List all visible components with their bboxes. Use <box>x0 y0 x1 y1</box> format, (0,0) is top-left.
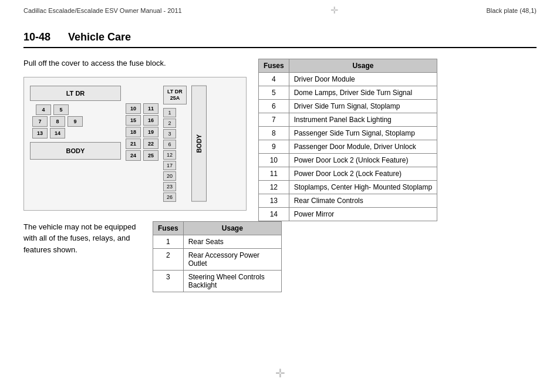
body-layout: Pull off the cover to access the fuse bl… <box>23 59 537 292</box>
fuse-usage: Steering Wheel Controls Backlight <box>183 270 281 292</box>
fuse-number: 12 <box>259 181 289 194</box>
fuse-20-diag: 20 <box>163 171 176 181</box>
small-table-col-fuses: Fuses <box>153 221 184 235</box>
right-table-col-fuses: Fuses <box>259 59 289 73</box>
fuse-9: 9 <box>68 116 83 127</box>
diagram-right-section: LT DR25A 1 2 3 6 12 17 20 2 <box>163 86 207 202</box>
fuse-11: 11 <box>143 103 158 114</box>
fuse-2-diag: 2 <box>163 119 176 128</box>
lt-dr-label: LT DR <box>30 86 121 101</box>
page-content: 10-48 Vehicle Care Pull off the cover to… <box>0 19 560 304</box>
table-row: 2Rear Accessory Power Outlet <box>153 248 282 270</box>
table-row: 3Steering Wheel Controls Backlight <box>153 270 282 292</box>
left-column: Pull off the cover to access the fuse bl… <box>23 59 247 292</box>
fuse-number: 6 <box>259 100 289 113</box>
header-center: ✛ <box>330 5 338 16</box>
bottom-section: The vehicle may not be equipped with all… <box>23 221 247 292</box>
fuse-usage: Power Door Lock 2 (Unlock Feature) <box>289 154 437 167</box>
table-row: 4Driver Door Module <box>259 73 437 86</box>
fuse-26-diag: 26 <box>163 192 176 202</box>
table-row: 5Dome Lamps, Driver Side Turn Signal <box>259 86 437 100</box>
table-row: 11Power Door Lock 2 (Lock Feature) <box>259 167 437 181</box>
lt-dr-25a-label: LT DR25A <box>163 86 187 104</box>
fuse-usage: Dome Lamps, Driver Side Turn Signal <box>289 86 437 100</box>
fuse-16: 16 <box>143 115 158 126</box>
fuse-12-diag: 12 <box>163 150 176 160</box>
table-row: 8Passenger Side Turn Signal, Stoplamp <box>259 127 437 140</box>
fuse-usage: Instrument Panel Back Lighting <box>289 113 437 127</box>
fuse-3-diag: 3 <box>163 129 176 138</box>
fuse-usage: Driver Door Module <box>289 73 437 86</box>
fuse-number: 14 <box>259 208 289 221</box>
fuse-21: 21 <box>126 138 141 149</box>
fuse-22: 22 <box>143 138 158 149</box>
table-row: 12Stoplamps, Center High- Mounted Stopla… <box>259 181 437 194</box>
table-row: 7Instrument Panel Back Lighting <box>259 113 437 127</box>
fuse-number: 13 <box>259 194 289 208</box>
fuse-24: 24 <box>126 150 141 161</box>
section-title: 10-48 Vehicle Care <box>23 31 537 48</box>
fuse-19: 19 <box>143 127 158 137</box>
page-footer: ✛ <box>0 360 560 386</box>
fuse-usage: Power Door Lock 2 (Lock Feature) <box>289 167 437 181</box>
header-crosshair-top: ✛ <box>330 5 338 16</box>
fuse-number: 1 <box>153 235 184 248</box>
fuse-usage: Power Mirror <box>289 208 437 221</box>
fuse-13-left: 13 <box>32 128 48 138</box>
fuse-25: 25 <box>143 150 158 161</box>
fuse-usage: Stoplamps, Center High- Mounted Stoplamp <box>289 181 437 194</box>
fuse-8: 8 <box>50 116 65 127</box>
fuse-1-diag: 1 <box>163 108 176 117</box>
fuse-18: 18 <box>126 127 141 137</box>
fuse-number: 3 <box>153 270 184 292</box>
fuse-7: 7 <box>32 116 48 127</box>
body-label-right: BODY <box>191 86 207 202</box>
fuse-number: 2 <box>153 248 184 270</box>
fuse-6-diag: 6 <box>163 140 176 149</box>
fuse-usage: Rear Seats <box>183 235 281 248</box>
fuse-usage: Rear Accessory Power Outlet <box>183 248 281 270</box>
header-left: Cadillac Escalade/Escalade ESV Owner Man… <box>23 7 182 14</box>
table-row: 10Power Door Lock 2 (Unlock Feature) <box>259 154 437 167</box>
note-text: The vehicle may not be equipped with all… <box>23 221 141 256</box>
page-header: Cadillac Escalade/Escalade ESV Owner Man… <box>0 0 560 19</box>
table-row: 14Power Mirror <box>259 208 437 221</box>
fuse-4: 4 <box>36 104 51 115</box>
fuse-usage: Driver Side Turn Signal, Stoplamp <box>289 100 437 113</box>
fuse-15: 15 <box>126 115 141 126</box>
fuse-number: 8 <box>259 127 289 140</box>
fuse-usage: Passenger Door Module, Driver Unlock <box>289 140 437 154</box>
small-table-col-usage: Usage <box>183 221 281 235</box>
fuse-number: 11 <box>259 167 289 181</box>
fuse-diagram: LT DR 4 5 7 8 9 <box>23 77 247 211</box>
fuse-10: 10 <box>126 103 141 114</box>
diagram-left-section: LT DR 4 5 7 8 9 <box>30 86 121 202</box>
fuse-number: 7 <box>259 113 289 127</box>
body-label-left: BODY <box>30 142 121 160</box>
table-row: 1Rear Seats <box>153 235 282 248</box>
small-fuse-table: Fuses Usage 1Rear Seats2Rear Accessory P… <box>153 221 282 292</box>
numbered-fuse-col: 1 2 3 6 12 17 20 23 26 <box>163 108 187 202</box>
fuse-number: 9 <box>259 140 289 154</box>
intro-text: Pull off the cover to access the fuse bl… <box>23 59 247 67</box>
fuse-usage: Passenger Side Turn Signal, Stoplamp <box>289 127 437 140</box>
right-fuse-table: Fuses Usage 4Driver Door Module5Dome Lam… <box>258 59 437 221</box>
header-right: Black plate (48,1) <box>486 7 537 14</box>
table-row: 9Passenger Door Module, Driver Unlock <box>259 140 437 154</box>
fuse-5: 5 <box>53 104 69 115</box>
footer-crosshair: ✛ <box>275 366 285 380</box>
section-name: Vehicle Care <box>68 31 131 43</box>
fuse-14-left: 14 <box>50 128 65 138</box>
diagram-mid-section: 10 11 15 16 18 19 21 22 <box>126 103 158 202</box>
fuse-number: 5 <box>259 86 289 100</box>
fuse-usage: Rear Climate Controls <box>289 194 437 208</box>
fuse-23-diag: 23 <box>163 182 176 191</box>
right-column: Fuses Usage 4Driver Door Module5Dome Lam… <box>258 59 537 221</box>
fuse-number: 10 <box>259 154 289 167</box>
table-row: 6Driver Side Turn Signal, Stoplamp <box>259 100 437 113</box>
fuse-17-diag: 17 <box>163 161 176 170</box>
fuse-number: 4 <box>259 73 289 86</box>
table-row: 13Rear Climate Controls <box>259 194 437 208</box>
page-number: 10-48 <box>23 31 50 43</box>
right-table-col-usage: Usage <box>289 59 437 73</box>
